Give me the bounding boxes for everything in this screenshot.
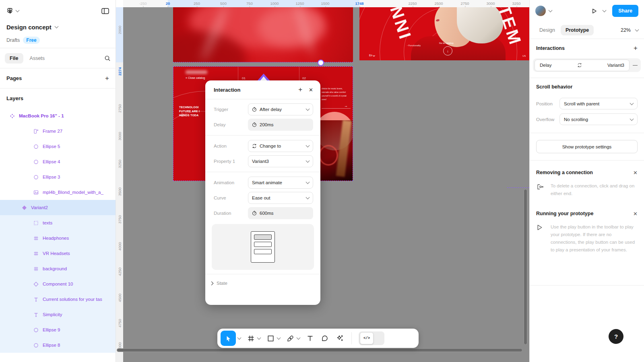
canvas[interactable]: × Close catalog 01 02 TECHNOLOGIFUTURE A… [116, 0, 529, 362]
canvas-frame-hero[interactable]: INNI STEM ◦ Functionality Go to catalog … [359, 7, 529, 60]
delay-input[interactable]: 200ms [248, 119, 313, 131]
layer-row-texts[interactable]: texts [0, 215, 116, 230]
user-avatar[interactable] [535, 6, 546, 16]
present-chevron-icon[interactable] [603, 8, 607, 12]
scroll-behavior-title: Scroll behavior [536, 84, 572, 90]
prototype-connection-handle[interactable] [318, 60, 324, 66]
animation-dropdown[interactable]: Smart animate [248, 177, 313, 189]
tab-prototype[interactable]: Prototype [561, 25, 594, 35]
add-interaction-button[interactable]: + [298, 86, 302, 94]
add-page-button[interactable]: + [105, 74, 109, 82]
layer-row-ellipse9[interactable]: Ellipse 9 [0, 322, 116, 337]
action-dropdown[interactable]: Change to [248, 140, 313, 152]
move-tool-chevron-icon[interactable] [237, 336, 242, 340]
ruler-label: 750 [246, 0, 253, 7]
position-dropdown[interactable]: Scroll with parent [559, 98, 638, 109]
layer-row-background[interactable]: background [0, 261, 116, 276]
ruler-label: 2000 [118, 22, 122, 38]
state-section-toggle[interactable]: State [205, 274, 320, 292]
layer-row-headphones[interactable]: Headphones [0, 230, 116, 246]
file-title-chevron-icon[interactable] [54, 25, 58, 29]
layer-name: Current solutions for your tas [43, 297, 102, 302]
layer-row-ellipse4[interactable]: Ellipse 4 [0, 154, 116, 169]
remove-interaction-icon[interactable] [633, 65, 638, 66]
dev-mode-toggle[interactable]: </> [359, 331, 384, 345]
go-to-catalog-label[interactable]: Go to catalog [439, 42, 454, 44]
trigger-row: Trigger After delay [205, 102, 320, 117]
neon-ring [319, 145, 338, 165]
canvas-frame-blurred-hero[interactable] [173, 7, 353, 62]
zoom-chevron-icon[interactable] [635, 28, 639, 32]
layer-row-image[interactable]: mpl4b_Blond_model_with_a_ [0, 185, 116, 200]
help-button[interactable]: ? [609, 329, 623, 344]
overflow-dropdown[interactable]: No scrolling [559, 113, 638, 125]
figma-logo-icon[interactable] [6, 8, 13, 14]
delay-icon [252, 211, 257, 216]
frame-tool-button[interactable] [246, 333, 256, 343]
layer-row-ellipse5[interactable]: Ellipse 5 [0, 139, 116, 154]
action-label: Action [214, 144, 248, 148]
sidebar-tabs: File Assets [0, 48, 116, 68]
shape-tool-chevron-icon[interactable] [277, 336, 281, 340]
layer-row-component10[interactable]: Component 10 [0, 276, 116, 292]
layer-row-current-solutions[interactable]: Current solutions for your tas [0, 292, 116, 307]
layers-list: MacBook Pro 16" - 1 Frame 27 Ellipse 5 E… [0, 108, 116, 353]
layer-row-frame27[interactable]: Frame 27 [0, 123, 116, 139]
interaction-item[interactable]: Delay Variant3 [533, 58, 641, 72]
layer-row-simplicity[interactable]: Simplicity [0, 307, 116, 322]
property-dropdown[interactable]: Variant3 [248, 155, 313, 167]
search-icon[interactable] [104, 55, 111, 62]
tab-design[interactable]: Design [535, 25, 559, 35]
close-catalog-label[interactable]: × Close catalog [186, 76, 205, 79]
interaction-summary-pill[interactable]: Delay Variant3 [535, 60, 630, 71]
toolbar-divider [351, 332, 352, 344]
zoom-level[interactable]: 22% [621, 27, 631, 33]
curve-dropdown[interactable]: Ease out [248, 192, 313, 204]
functionality-label: ◦ Functionality [407, 44, 421, 47]
ruler-label: 3250 [118, 156, 122, 172]
horizontal-scrollbar[interactable] [117, 348, 522, 352]
drafts-label[interactable]: Drafts [6, 37, 20, 43]
shape-tool-button[interactable] [266, 333, 275, 343]
actions-tool-button[interactable] [335, 333, 345, 343]
add-interaction-button[interactable]: + [634, 44, 638, 52]
layer-row-macbook[interactable]: MacBook Pro 16" - 1 [0, 108, 116, 123]
file-title-row[interactable]: Design concept [0, 22, 116, 32]
close-dialog-icon[interactable]: ✕ [309, 87, 313, 93]
layer-row-ellipse8[interactable]: Ellipse 8 [0, 337, 116, 353]
duration-input[interactable]: 600ms [248, 207, 313, 219]
language-selector[interactable]: En [369, 54, 375, 57]
comment-tool-button[interactable] [320, 333, 330, 343]
main-menu-chevron-icon[interactable] [16, 8, 20, 12]
animation-preview [212, 224, 314, 270]
show-prototype-settings-button[interactable]: Show prototype settings [536, 140, 638, 153]
ruler-label: 2750 [118, 101, 122, 117]
tab-file[interactable]: File [5, 53, 23, 64]
avatar-chevron-icon[interactable] [549, 8, 553, 12]
trigger-dropdown[interactable]: After delay [248, 103, 313, 115]
toggle-panel-icon[interactable] [101, 8, 109, 14]
action-value: Change to [260, 144, 281, 148]
ellipse-icon [33, 343, 39, 348]
present-play-button[interactable] [591, 8, 597, 14]
tab-assets[interactable]: Assets [26, 53, 49, 64]
layer-row-vr-headsets[interactable]: VR Headsets [0, 246, 116, 261]
arrow-right-icon[interactable]: → [344, 104, 348, 108]
frame-icon [33, 266, 39, 272]
frame-tool-chevron-icon[interactable] [257, 336, 261, 340]
down-arrow-button[interactable]: ↓ [443, 46, 452, 56]
text-tool-button[interactable] [305, 333, 315, 343]
dismiss-tip-icon[interactable]: ✕ [633, 211, 638, 216]
move-tool-button[interactable] [221, 331, 236, 346]
layer-row-variant2[interactable]: Variant2 [0, 200, 116, 215]
plan-badge[interactable]: Free [23, 37, 39, 44]
ellipse-icon [33, 144, 39, 149]
layer-row-ellipse3[interactable]: Ellipse 3 [0, 169, 116, 185]
vertical-scrollbar[interactable] [524, 189, 527, 345]
dismiss-tip-icon[interactable]: ✕ [633, 170, 638, 175]
share-button[interactable]: Share [612, 5, 638, 17]
layer-name: MacBook Pro 16" - 1 [19, 113, 64, 118]
pen-tool-button[interactable] [285, 333, 295, 343]
pen-tool-chevron-icon[interactable] [297, 336, 301, 340]
ruler-label: 4000 [118, 239, 122, 255]
